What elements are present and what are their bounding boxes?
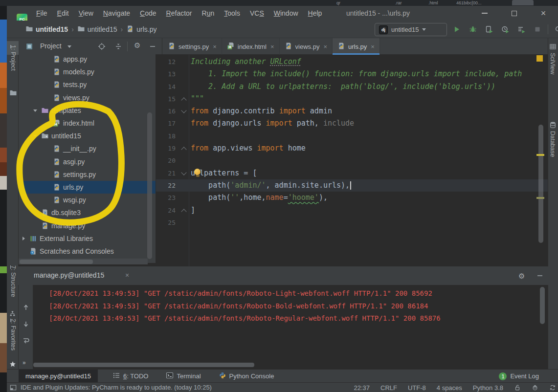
run-with-coverage-button[interactable] (483, 23, 495, 35)
toolwindow-button-6-todo[interactable]: 6: TODO (110, 370, 152, 383)
line-number[interactable]: 25 (156, 217, 176, 229)
fold-marker-icon[interactable] (181, 147, 186, 152)
tab-index.html[interactable]: Hindex.html× (222, 38, 280, 55)
close-tab-icon[interactable]: × (270, 43, 274, 50)
line-number[interactable]: 22 (156, 179, 176, 192)
tab-settings.py[interactable]: settings.py× (163, 38, 222, 55)
profiler-button[interactable] (499, 23, 511, 35)
chevron-down-icon[interactable] (31, 132, 39, 139)
line-number[interactable]: 21 (156, 167, 176, 179)
indent-setting[interactable]: 4 spaces (437, 384, 462, 392)
code-with-me-icon[interactable] (532, 384, 538, 391)
line-number[interactable]: 20 (156, 154, 176, 167)
stripe-button-sciview[interactable]: SciView (549, 53, 556, 74)
breadcrumb-item-untitled15[interactable]: untitled15 (25, 25, 68, 34)
database-icon[interactable] (549, 121, 557, 131)
line-number[interactable]: 13 (156, 68, 176, 80)
event-log-button[interactable]: 1 Event Log (499, 370, 539, 383)
tree-item-External Libraries[interactable]: External Libraries (19, 232, 156, 245)
tree-item-untitled15[interactable]: untitled15 (19, 130, 156, 142)
line-number[interactable]: 14 (156, 81, 176, 93)
tool-window-toggle-icon[interactable] (10, 384, 17, 392)
breadcrumb-item-urls.py[interactable]: urls.py (126, 25, 156, 34)
menu-help[interactable]: Help (303, 6, 327, 21)
tree-item-models.py[interactable]: models.py (19, 65, 156, 78)
menu-navigate[interactable]: Navigate (98, 6, 135, 21)
tab-views.py[interactable]: views.py× (280, 38, 333, 55)
search-everywhere-button[interactable] (553, 23, 558, 35)
tree-hscrollbar[interactable] (20, 260, 93, 264)
project-panel-title[interactable]: Project (40, 42, 62, 50)
maximize-button[interactable] (499, 6, 529, 21)
tree-item-views.py[interactable]: views.py (19, 91, 156, 104)
line-ending[interactable]: CRLF (380, 384, 397, 392)
tab-urls.py[interactable]: urls.py× (333, 38, 380, 55)
structure-icon[interactable] (9, 310, 16, 319)
locate-file-icon[interactable] (98, 43, 106, 52)
debug-button[interactable] (467, 23, 479, 35)
breadcrumb-item-untitled15[interactable]: untitled15 (77, 25, 117, 34)
gear-icon[interactable]: ⚙ (134, 41, 140, 50)
menu-run[interactable]: Run (197, 6, 220, 21)
line-number[interactable]: 24 (156, 204, 176, 217)
line-number[interactable]: 15 (156, 93, 176, 105)
menu-tools[interactable]: Tools (219, 6, 245, 21)
tree-item-wsgi.py[interactable]: wsgi.py (19, 194, 156, 206)
line-number[interactable]: 12 (156, 56, 176, 68)
line-number[interactable]: 16 (156, 105, 176, 117)
sciview-icon[interactable] (549, 43, 557, 52)
close-tab-icon[interactable]: × (213, 43, 217, 50)
hide-panel-icon[interactable] (536, 272, 544, 282)
run-config-select[interactable]: dj untitled15 (375, 23, 447, 36)
fold-marker-icon[interactable] (181, 170, 186, 175)
line-number[interactable]: 17 (156, 117, 176, 130)
run-tab[interactable]: manage.py@untitled15 (34, 271, 104, 279)
stripe-button-favorites[interactable]: 2: Favorites (10, 319, 17, 350)
tree-item-templates[interactable]: templates (19, 104, 156, 117)
inspection-marker[interactable] (536, 55, 543, 62)
tree-item-urls.py[interactable]: urls.py (19, 181, 156, 194)
toolwindow-button-python-console[interactable]: Python Console (216, 370, 277, 383)
toolwindow-button-manage-py-untitled15[interactable]: manage.py@untitled15 (19, 370, 98, 383)
stripe-button-database[interactable]: Database (549, 131, 556, 157)
tree-item-index.html[interactable]: Hindex.html (19, 117, 156, 130)
stop-button[interactable] (532, 23, 543, 35)
collapse-all-icon[interactable] (114, 43, 122, 52)
run-console[interactable]: [28/Oct/2021 13:49:53] "GET /static/admi… (33, 285, 548, 369)
sync-icon[interactable] (549, 384, 556, 391)
close-tab-icon[interactable]: × (371, 43, 375, 50)
code-editor[interactable]: 12Including another URLconf13 1. Import … (156, 55, 548, 266)
file-encoding[interactable]: UTF-8 (408, 384, 426, 392)
chevron-down-icon[interactable] (31, 107, 39, 114)
line-number[interactable]: 23 (156, 192, 176, 204)
unlock-icon[interactable] (514, 384, 521, 391)
minimize-button[interactable] (470, 6, 499, 21)
tree-item-asgi.py[interactable]: asgi.py (19, 155, 156, 168)
chevron-right-icon[interactable] (20, 237, 27, 240)
menu-file[interactable]: File (31, 6, 52, 21)
error-stripe-mark[interactable] (536, 154, 544, 156)
concurrency-diagram-button[interactable] (515, 23, 527, 35)
tree-vscrollbar[interactable] (147, 112, 152, 259)
tree-item-settings.py[interactable]: settings.py (19, 168, 156, 181)
menu-view[interactable]: View (74, 6, 98, 21)
menu-window[interactable]: Window (269, 6, 303, 21)
error-stripe-mark[interactable] (536, 197, 544, 199)
tree-item-__init__.py[interactable]: __init__.py (19, 142, 156, 155)
run-button[interactable] (451, 23, 463, 35)
tree-item-manage.py[interactable]: manage.py (19, 219, 156, 232)
gear-icon[interactable]: ⚙ (518, 272, 525, 281)
down-stack-icon[interactable] (22, 320, 30, 330)
console-vscrollbar[interactable] (540, 287, 545, 324)
close-button[interactable]: × (529, 6, 558, 21)
fold-marker-icon[interactable] (181, 209, 186, 214)
fold-marker-icon[interactable] (181, 108, 186, 113)
intention-bulb-icon[interactable] (194, 169, 201, 177)
caret-position[interactable]: 22:37 (354, 384, 370, 392)
up-stack-icon[interactable] (22, 304, 30, 313)
menu-code[interactable]: Code (135, 6, 161, 21)
menu-edit[interactable]: Edit (52, 6, 74, 21)
project-tree[interactable]: apps.pymodels.pytests.pyviews.pytemplate… (19, 53, 156, 263)
console-hscrollbar[interactable] (33, 363, 254, 367)
tree-item-tests.py[interactable]: tests.py (19, 78, 156, 91)
